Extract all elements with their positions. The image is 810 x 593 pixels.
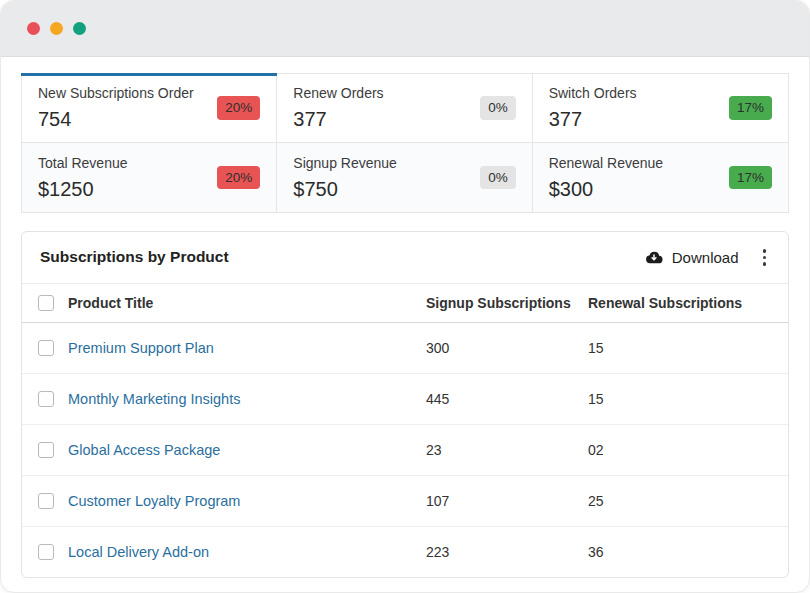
stat-label: Total Revenue (38, 155, 128, 171)
stat-value: $300 (549, 178, 663, 201)
product-link[interactable]: Global Access Package (68, 442, 220, 458)
change-badge: 17% (729, 96, 772, 120)
minimize-dot-icon[interactable] (50, 22, 63, 35)
change-badge: 0% (480, 166, 516, 190)
table-row: Premium Support Plan 300 15 (22, 323, 788, 374)
renewal-value: 36 (588, 544, 788, 560)
row-checkbox[interactable] (38, 544, 54, 560)
stat-value: $1250 (38, 178, 128, 201)
stat-label: Renewal Revenue (549, 155, 663, 171)
select-all-checkbox[interactable] (38, 295, 54, 311)
subscriptions-panel: Subscriptions by Product Download (21, 231, 789, 578)
product-link[interactable]: Monthly Marketing Insights (68, 391, 240, 407)
renewal-value: 15 (588, 340, 788, 356)
row-checkbox[interactable] (38, 340, 54, 356)
signup-value: 107 (426, 493, 588, 509)
stat-value: 377 (293, 108, 383, 131)
stat-card-signup-revenue[interactable]: Signup Revenue $750 0% (277, 143, 532, 212)
stat-card-total-revenue[interactable]: Total Revenue $1250 20% (22, 143, 277, 212)
stat-label: Switch Orders (549, 85, 637, 101)
signup-value: 300 (426, 340, 588, 356)
row-checkbox[interactable] (38, 442, 54, 458)
stats-grid: New Subscriptions Order 754 20% Renew Or… (21, 73, 789, 213)
signup-value: 23 (426, 442, 588, 458)
renewal-value: 15 (588, 391, 788, 407)
more-options-icon[interactable] (759, 247, 771, 268)
renewal-value: 25 (588, 493, 788, 509)
product-link[interactable]: Local Delivery Add-on (68, 544, 209, 560)
column-header-product-title: Product Title (68, 295, 426, 311)
table-header-row: Product Title Signup Subscriptions Renew… (22, 283, 788, 323)
table-row: Monthly Marketing Insights 445 15 (22, 374, 788, 425)
row-checkbox[interactable] (38, 391, 54, 407)
signup-value: 445 (426, 391, 588, 407)
panel-header: Subscriptions by Product Download (22, 232, 788, 283)
close-dot-icon[interactable] (27, 22, 40, 35)
stat-card-renew-orders[interactable]: Renew Orders 377 0% (277, 74, 532, 143)
stat-card-renewal-revenue[interactable]: Renewal Revenue $300 17% (533, 143, 788, 212)
stat-card-new-subscriptions-order[interactable]: New Subscriptions Order 754 20% (22, 74, 277, 143)
download-label: Download (672, 249, 739, 266)
renewal-value: 02 (588, 442, 788, 458)
product-link[interactable]: Customer Loyalty Program (68, 493, 240, 509)
stat-value: 754 (38, 108, 194, 131)
change-badge: 20% (217, 96, 260, 120)
cloud-download-icon (644, 247, 664, 267)
row-checkbox[interactable] (38, 493, 54, 509)
table-row: Global Access Package 23 02 (22, 425, 788, 476)
stat-value: 377 (549, 108, 637, 131)
column-header-renewal-subscriptions: Renewal Subscriptions (588, 295, 788, 311)
download-button[interactable]: Download (644, 247, 739, 267)
signup-value: 223 (426, 544, 588, 560)
stat-label: Signup Revenue (293, 155, 397, 171)
zoom-dot-icon[interactable] (73, 22, 86, 35)
stat-label: Renew Orders (293, 85, 383, 101)
app-window: New Subscriptions Order 754 20% Renew Or… (0, 0, 810, 593)
stat-value: $750 (293, 178, 397, 201)
window-titlebar (1, 1, 809, 57)
table-row: Local Delivery Add-on 223 36 (22, 527, 788, 577)
panel-title: Subscriptions by Product (40, 248, 229, 266)
change-badge: 0% (480, 96, 516, 120)
stat-card-switch-orders[interactable]: Switch Orders 377 17% (533, 74, 788, 143)
product-link[interactable]: Premium Support Plan (68, 340, 214, 356)
table-row: Customer Loyalty Program 107 25 (22, 476, 788, 527)
column-header-signup-subscriptions: Signup Subscriptions (426, 295, 588, 311)
change-badge: 20% (217, 166, 260, 190)
change-badge: 17% (729, 166, 772, 190)
stat-label: New Subscriptions Order (38, 85, 194, 101)
